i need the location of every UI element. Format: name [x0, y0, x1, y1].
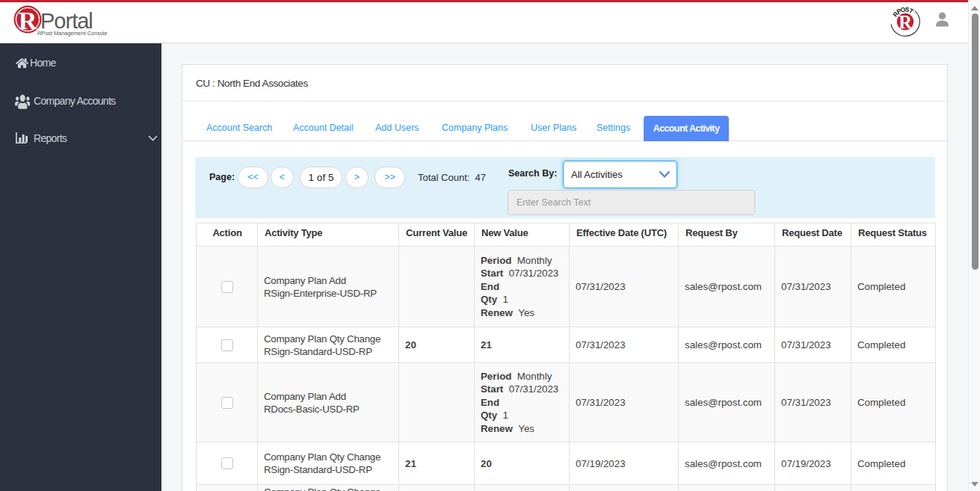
svg-text:R: R — [19, 7, 37, 34]
